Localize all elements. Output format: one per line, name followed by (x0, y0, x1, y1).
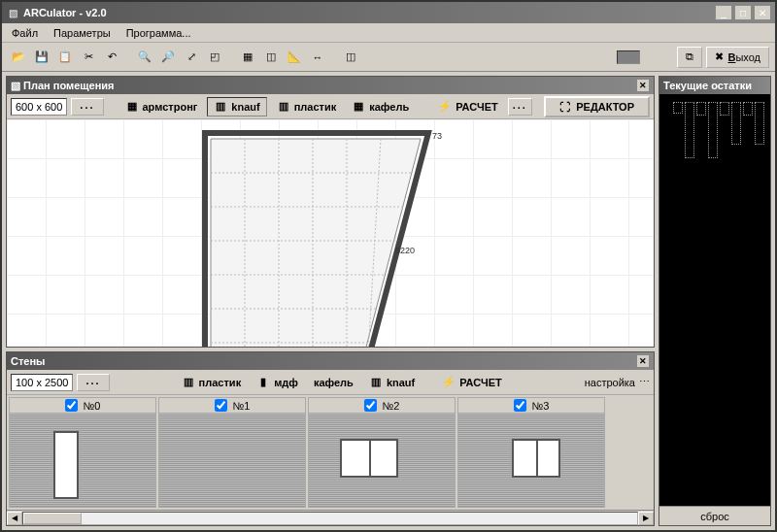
plan-shape: 73 5220 40 2500 107 (201, 129, 454, 347)
wall-mat-plastic[interactable]: ▥пластик (176, 373, 248, 392)
zoom-out-icon[interactable]: 🔎 (157, 47, 179, 68)
panel-icon: ▥ (214, 100, 227, 114)
wall-label-1: №1 (233, 400, 251, 412)
dimension-icon[interactable]: ↔ (307, 47, 328, 68)
wall-cell-1[interactable]: №1 (158, 397, 306, 508)
exit-button[interactable]: ✖Выход (706, 47, 769, 68)
window-tile-icon[interactable]: ◫ (340, 47, 361, 68)
undo-icon[interactable]: ↶ (101, 47, 122, 68)
color-well[interactable] (617, 50, 640, 64)
dim-right-top: 73 (432, 131, 442, 141)
wall-check-0[interactable] (65, 399, 78, 412)
wall-label-3: №3 (532, 400, 550, 412)
plan-title-label: План помещения (23, 80, 114, 91)
walls-size-select[interactable]: 100 x 2500 (11, 374, 73, 391)
wall-check-3[interactable] (514, 399, 526, 412)
close-button[interactable]: ✕ (754, 5, 771, 20)
walls-body: №0 №1 №2 №3 (7, 395, 654, 525)
main-area: ▧ План помещения ✕ 600 x 600 ... ▦армстр… (2, 72, 775, 530)
lightning-icon: ⚡ (438, 100, 452, 113)
plan-title-icon: ▧ (11, 80, 20, 92)
plan-panel-title[interactable]: ▧ План помещения ✕ (7, 77, 654, 94)
material-plastic[interactable]: ▥пластик (271, 97, 343, 116)
menu-file[interactable]: Файл (6, 25, 44, 41)
material-knauf[interactable]: ▥knauf (207, 97, 266, 116)
panel-icon: ▥ (369, 376, 383, 389)
editor-icon: ⛶ (559, 101, 570, 113)
main-toolbar: 📂 💾 📋 ✂ ↶ 🔍 🔎 ⤢ ◰ ▦ ◫ 📐 ↔ ◫ ⧉ ✖Выход (2, 43, 775, 72)
dots-icon: ⋯ (639, 376, 650, 388)
svg-marker-1 (211, 139, 421, 347)
layout-icon: ⧉ (686, 50, 693, 63)
material-armstrong[interactable]: ▦армстронг (119, 97, 204, 116)
material-kafel[interactable]: ▦кафель (346, 97, 415, 116)
exit-icon: ✖ (715, 50, 724, 63)
remainders-reset-button[interactable]: сброс (659, 506, 770, 525)
walls-toolbar: 100 x 2500 ... ▥пластик ▮мдф кафель ▥kna… (7, 370, 654, 395)
walls-title-label: Стены (11, 355, 46, 367)
exit-label: Выход (727, 51, 760, 63)
wall-cell-2[interactable]: №2 (308, 397, 456, 508)
fill-icon: ▮ (256, 376, 270, 389)
wall-mat-mdf[interactable]: ▮мдф (251, 373, 304, 392)
remainders-title[interactable]: Текущие остатки (659, 77, 770, 94)
grid-icon: ▦ (125, 100, 139, 114)
remainders-body[interactable] (659, 94, 770, 506)
lightning-icon: ⚡ (442, 376, 456, 388)
measure-icon[interactable]: 📐 (284, 47, 305, 68)
stripe-icon: ▥ (182, 376, 195, 389)
window-title: ARCulator - v2.0 (23, 7, 713, 18)
grid-icon[interactable]: ▦ (237, 47, 258, 68)
app-icon: ▧ (6, 6, 19, 19)
menu-bar: Файл Параметры Программа... (2, 23, 775, 43)
open-icon[interactable]: 📂 (8, 47, 29, 68)
walls-close-button[interactable]: ✕ (636, 354, 650, 368)
walls-settings-link[interactable]: настройка⋯ (585, 376, 650, 388)
scroll-track[interactable] (22, 512, 638, 525)
left-column: ▧ План помещения ✕ 600 x 600 ... ▦армстр… (2, 72, 659, 530)
plan-calc-more[interactable]: ... (508, 98, 532, 116)
plan-calc-button[interactable]: ⚡РАСЧЕТ (432, 100, 504, 113)
remainders-panel: Текущие остатки сброс (659, 76, 771, 526)
dim-right-mid: 5220 (395, 246, 415, 255)
plan-editor-button[interactable]: ⛶РЕДАКТОР (544, 96, 650, 117)
scroll-left-button[interactable]: ◀ (7, 512, 22, 525)
plan-size-select[interactable]: 600 x 600 (11, 98, 67, 116)
walls-size-more[interactable]: ... (77, 374, 109, 391)
walls-panel: Стены ✕ 100 x 2500 ... ▥пластик ▮мдф каф… (6, 351, 655, 526)
menu-params[interactable]: Параметры (48, 25, 117, 41)
layer-icon[interactable]: ◫ (260, 47, 282, 68)
window-titlebar: ▧ ARCulator - v2.0 _ □ ✕ (2, 2, 775, 23)
maximize-button[interactable]: □ (734, 5, 752, 20)
right-column: Текущие остатки сброс (659, 72, 775, 530)
scroll-right-button[interactable]: ▶ (638, 512, 654, 525)
menu-program[interactable]: Программа... (120, 25, 197, 41)
wall-mat-kafel[interactable]: кафель (308, 373, 359, 392)
plan-toolbar: 600 x 600 ... ▦армстронг ▥knauf ▥пластик… (7, 94, 654, 119)
wall-cell-3[interactable]: №3 (457, 397, 605, 508)
save-icon[interactable]: 💾 (31, 47, 52, 68)
zoom-in-icon[interactable]: 🔍 (134, 47, 155, 68)
stripe-icon: ▥ (277, 100, 290, 114)
walls-scrollbar[interactable]: ◀ ▶ (7, 510, 654, 525)
wall-cell-0[interactable]: №0 (9, 397, 156, 508)
plan-panel: ▧ План помещения ✕ 600 x 600 ... ▦армстр… (6, 76, 655, 348)
plan-size-more[interactable]: ... (71, 98, 103, 116)
zoom-fit-icon[interactable]: ⤢ (181, 47, 202, 68)
wall-mat-knauf[interactable]: ▥knauf (363, 373, 421, 392)
wall-check-1[interactable] (215, 399, 227, 412)
wall-label-2: №2 (383, 400, 400, 412)
walls-panel-title[interactable]: Стены ✕ (7, 352, 654, 370)
plan-canvas[interactable]: 73 5220 40 2500 107 (7, 119, 654, 347)
zoom-area-icon[interactable]: ◰ (204, 47, 225, 68)
walls-row: №0 №1 №2 №3 (7, 395, 654, 510)
remainder-shapes (673, 102, 764, 158)
wall-check-2[interactable] (364, 399, 377, 412)
cut-icon[interactable]: ✂ (78, 47, 99, 68)
layout-button[interactable]: ⧉ (677, 47, 702, 68)
scroll-thumb[interactable] (23, 513, 82, 524)
minimize-button[interactable]: _ (715, 5, 732, 20)
walls-calc-button[interactable]: ⚡РАСЧЕТ (436, 376, 508, 388)
copy-icon[interactable]: 📋 (54, 47, 76, 68)
plan-close-button[interactable]: ✕ (636, 79, 650, 92)
